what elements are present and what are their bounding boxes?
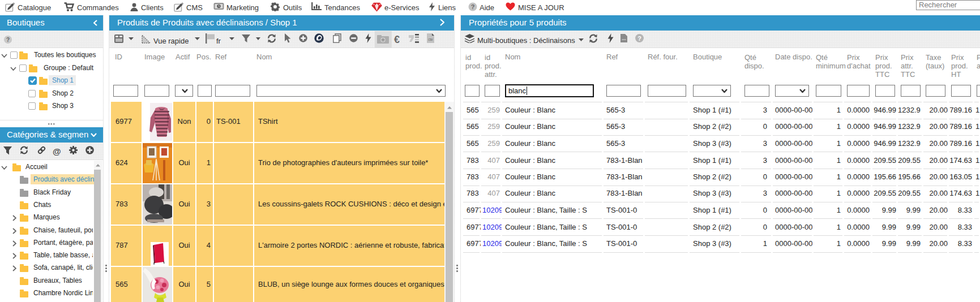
svg-text:?: ? xyxy=(6,37,10,43)
svg-text:?: ? xyxy=(471,3,475,10)
svg-text:CSV: CSV xyxy=(428,38,433,41)
svg-text:CSV: CSV xyxy=(622,38,626,41)
svg-text:?: ? xyxy=(637,35,641,42)
